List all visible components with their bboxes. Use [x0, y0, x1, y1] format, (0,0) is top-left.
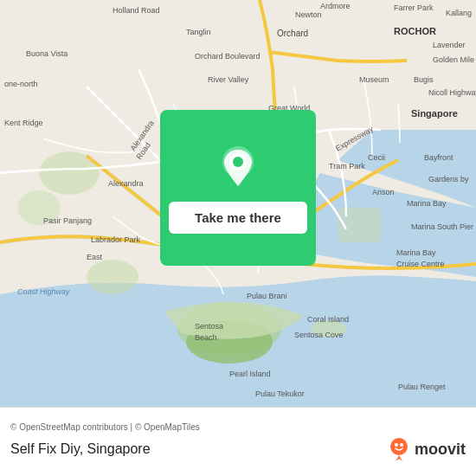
- svg-text:Sentosa Cove: Sentosa Cove: [294, 331, 344, 339]
- svg-text:River Valley: River Valley: [208, 75, 249, 84]
- svg-text:Holland Road: Holland Road: [113, 6, 160, 15]
- svg-text:Tanglin: Tanglin: [186, 28, 211, 36]
- newton-label: Newton: [295, 10, 322, 19]
- svg-point-55: [390, 438, 408, 455]
- moovit-logo: moovit: [387, 437, 466, 461]
- svg-text:Alexandra: Alexandra: [108, 179, 144, 188]
- svg-text:Orchard: Orchard: [277, 29, 308, 38]
- svg-text:Museum: Museum: [359, 75, 389, 84]
- svg-text:Nicoll Highway: Nicoll Highway: [428, 88, 476, 97]
- svg-text:Kallang: Kallang: [446, 9, 472, 17]
- svg-text:Ardmore: Ardmore: [320, 2, 351, 10]
- take-me-there-button[interactable]: Take me there: [169, 202, 307, 234]
- svg-text:Labrador Park: Labrador Park: [91, 235, 141, 244]
- svg-text:Golden Mile: Golden Mile: [433, 55, 474, 64]
- location-pin-icon: [212, 143, 264, 195]
- svg-text:Marina Bay: Marina Bay: [407, 199, 447, 208]
- svg-text:Lavender: Lavender: [433, 41, 466, 49]
- svg-text:Singapore: Singapore: [411, 108, 458, 119]
- svg-text:Bayfront: Bayfront: [424, 153, 453, 162]
- svg-text:one-north: one-north: [4, 80, 38, 88]
- svg-text:Pasir Panjang: Pasir Panjang: [43, 216, 92, 225]
- svg-text:Pulau Tekukor: Pulau Tekukor: [255, 389, 305, 398]
- svg-text:Kent Ridge: Kent Ridge: [4, 119, 43, 127]
- moovit-icon: [387, 437, 411, 461]
- svg-text:Marina South Pier: Marina South Pier: [411, 222, 473, 231]
- svg-text:Beach: Beach: [195, 333, 217, 342]
- svg-text:Cruise Centre: Cruise Centre: [396, 260, 445, 268]
- svg-point-57: [400, 443, 403, 447]
- copyright-text: © OpenStreetMap contributors | © OpenMap…: [10, 422, 466, 432]
- svg-text:Coral Island: Coral Island: [307, 315, 349, 324]
- svg-text:Tram Park: Tram Park: [329, 162, 365, 170]
- location-name: Self Fix Diy, Singapore: [10, 441, 151, 457]
- svg-text:Pulau Renget: Pulau Renget: [398, 383, 446, 391]
- svg-text:Buona Vista: Buona Vista: [26, 49, 68, 58]
- svg-text:Farrer Park: Farrer Park: [394, 3, 434, 12]
- bottom-bar: © OpenStreetMap contributors | © OpenMap…: [0, 407, 476, 476]
- svg-text:Bugis: Bugis: [414, 75, 434, 84]
- svg-text:Marina Bay: Marina Bay: [396, 248, 436, 257]
- svg-text:Pearl Island: Pearl Island: [229, 370, 271, 378]
- svg-point-6: [87, 260, 138, 294]
- svg-point-54: [233, 157, 243, 167]
- bottom-info-row: Self Fix Diy, Singapore moovit: [10, 437, 466, 461]
- svg-point-56: [395, 443, 398, 447]
- map-container: Newton Ardmore Farrer Park Kallang Holla…: [0, 0, 476, 407]
- svg-text:Cecii: Cecii: [368, 153, 385, 162]
- svg-text:Coast Highway: Coast Highway: [17, 287, 70, 296]
- svg-text:Orchard Boulevard: Orchard Boulevard: [195, 52, 261, 61]
- svg-text:Gardens by: Gardens by: [428, 175, 469, 183]
- moovit-text: moovit: [415, 441, 466, 459]
- svg-text:Anson: Anson: [372, 188, 395, 196]
- location-card: Take me there: [160, 110, 316, 266]
- svg-text:Pulau Brani: Pulau Brani: [247, 292, 287, 300]
- svg-text:Sentosa: Sentosa: [195, 322, 223, 331]
- svg-text:ROCHOR: ROCHOR: [394, 26, 436, 36]
- svg-text:East: East: [87, 253, 103, 261]
